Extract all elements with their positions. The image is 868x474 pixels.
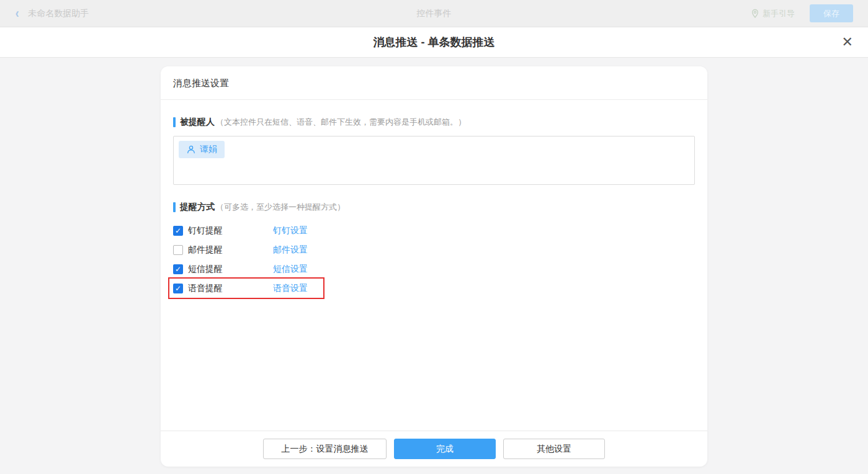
recipients-section-note: （文本控件只在短信、语音、邮件下生效，需要内容是手机或邮箱。） [216,117,466,128]
reminder-options-list: ✓钉钉提醒钉钉设置邮件提醒邮件设置✓短信提醒短信设置✓语音提醒语音设置 [173,221,695,298]
reminder-option-label: 短信提醒 [188,264,273,275]
reminder-option-row: ✓短信提醒短信设置 [173,259,695,279]
previous-step-button[interactable]: 上一步：设置消息推送 [263,439,387,459]
checkbox-checked[interactable]: ✓ [173,226,183,236]
app-title: 未命名数据助手 [28,8,89,19]
save-button[interactable]: 保存 [810,4,853,22]
modal-title: 消息推送 - 单条数据推送 [374,35,495,50]
top-navigation-bar: ‹ 未命名数据助手 控件事件 新手引导 保存 [0,0,868,27]
recipients-input-box[interactable]: 谭娟 [173,136,695,185]
settings-card: 消息推送设置 被提醒人 （文本控件只在短信、语音、邮件下生效，需要内容是手机或邮… [161,66,707,467]
topbar-right: 新手引导 保存 [751,4,853,22]
recipients-section-header: 被提醒人 （文本控件只在短信、语音、邮件下生效，需要内容是手机或邮箱。） [173,117,695,128]
reminder-option-row: ✓语音提醒语音设置 [173,279,695,298]
card-content: 被提醒人 （文本控件只在短信、语音、邮件下生效，需要内容是手机或邮箱。） 谭娟 … [161,100,707,431]
other-settings-button[interactable]: 其他设置 [503,439,605,459]
reminder-settings-link[interactable]: 短信设置 [273,264,308,275]
topbar-center-title: 控件事件 [0,8,868,19]
checkbox-checked[interactable]: ✓ [173,284,183,293]
methods-section-title: 提醒方式 [180,202,215,213]
modal-body: 消息推送设置 被提醒人 （文本控件只在短信、语音、邮件下生效，需要内容是手机或邮… [0,58,868,474]
location-pin-icon [751,9,759,19]
methods-section-note: （可多选，至少选择一种提醒方式） [216,202,345,213]
close-icon[interactable]: ✕ [842,35,853,49]
reminder-settings-link[interactable]: 语音设置 [273,283,308,294]
done-button[interactable]: 完成 [394,439,496,459]
section-marker [173,202,176,212]
reminder-option-row: ✓钉钉提醒钉钉设置 [173,221,695,240]
recipient-tag[interactable]: 谭娟 [179,141,225,158]
card-footer: 上一步：设置消息推送 完成 其他设置 [161,431,707,467]
recipient-name: 谭娟 [200,144,217,155]
methods-section-header: 提醒方式 （可多选，至少选择一种提醒方式） [173,202,695,213]
reminder-option-row: 邮件提醒邮件设置 [173,240,695,259]
reminder-settings-link[interactable]: 邮件设置 [273,244,308,256]
reminder-option-label: 邮件提醒 [188,244,273,256]
back-icon[interactable]: ‹ [16,7,19,20]
guide-label: 新手引导 [763,8,795,19]
reminder-option-label: 钉钉提醒 [188,225,273,236]
recipients-section-title: 被提醒人 [180,117,215,128]
modal-header: 消息推送 - 单条数据推送 ✕ [0,27,868,58]
checkbox-unchecked[interactable] [173,245,183,255]
checkbox-checked[interactable]: ✓ [173,264,183,274]
reminder-option-label: 语音提醒 [188,283,273,294]
section-marker [173,117,176,127]
person-icon [186,145,196,154]
reminder-settings-link[interactable]: 钉钉设置 [273,225,308,236]
beginner-guide-link[interactable]: 新手引导 [751,8,795,19]
card-title: 消息推送设置 [161,66,707,100]
topbar-left: ‹ 未命名数据助手 [15,7,89,20]
